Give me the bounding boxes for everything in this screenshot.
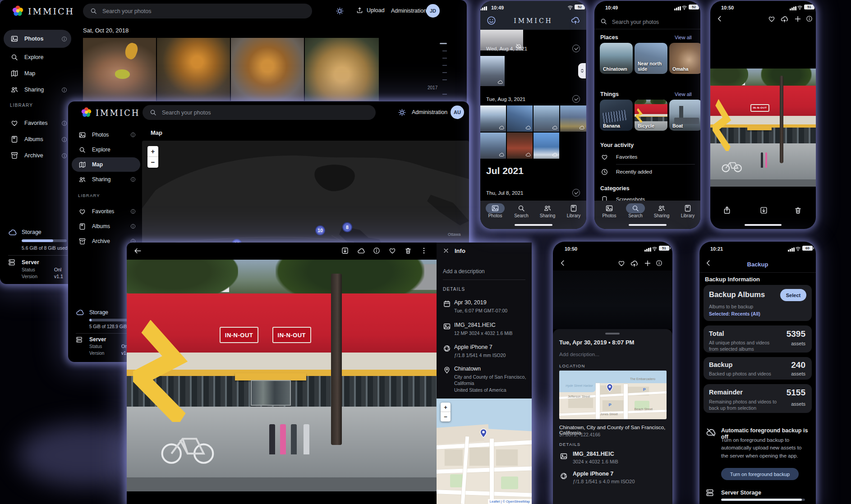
map-cluster-marker[interactable]: 8 [342, 222, 352, 232]
zoom-out-button[interactable]: − [441, 412, 451, 422]
info-icon[interactable] [656, 260, 662, 266]
place-card[interactable]: Near north side [635, 43, 667, 74]
photo-thumbnail[interactable] [534, 133, 559, 159]
photo-thumbnail[interactable] [231, 38, 304, 101]
sidebar-item-sharing[interactable]: Sharing [72, 172, 140, 187]
photo-thumbnail[interactable] [480, 133, 506, 159]
nav-tab-sharing[interactable]: Sharing [534, 205, 561, 218]
avatar[interactable]: AU [451, 105, 464, 119]
nav-tab-library[interactable]: Library [675, 205, 700, 218]
info-badge-icon[interactable] [61, 87, 67, 93]
photo-thumbnail[interactable] [507, 133, 533, 159]
theme-toggle-icon[interactable] [398, 109, 406, 116]
location-name[interactable]: Chinatown [454, 366, 481, 372]
things-view-all-link[interactable]: View all [675, 92, 692, 97]
back-icon[interactable] [559, 260, 566, 266]
photo-thumbnail[interactable] [560, 105, 586, 132]
sidebar-item-sharing[interactable]: Sharing [4, 82, 71, 97]
photo-thumbnail[interactable] [305, 38, 379, 101]
back-icon[interactable] [716, 15, 723, 22]
sidebar-item-favorites[interactable]: Favorites [4, 115, 71, 131]
theme-toggle-icon[interactable] [336, 7, 344, 15]
activity-recently-added[interactable]: Recently added [616, 169, 652, 174]
delete-icon[interactable] [794, 206, 802, 214]
search-icon[interactable] [600, 18, 607, 25]
sidebar-item-albums[interactable]: Albums [72, 219, 140, 234]
places-view-all-link[interactable]: View all [675, 35, 692, 40]
save-icon[interactable] [760, 206, 768, 214]
info-badge-icon[interactable] [130, 177, 136, 182]
nav-tab-photos[interactable]: Photos [596, 205, 622, 218]
photo-thumbnail[interactable] [157, 38, 230, 101]
administration-link[interactable]: Administration [391, 8, 427, 14]
photo-thumbnail[interactable] [480, 105, 506, 132]
share-icon[interactable] [723, 206, 731, 214]
add-icon[interactable] [794, 15, 801, 23]
favorite-icon[interactable] [618, 260, 625, 267]
sidebar-item-explore[interactable]: Explore [4, 50, 71, 65]
photo-thumbnail[interactable] [507, 105, 533, 132]
administration-link[interactable]: Administration [412, 109, 447, 115]
cloud-icon[interactable] [357, 247, 365, 255]
sidebar-item-photos[interactable]: Photos [72, 128, 140, 142]
info-badge-icon[interactable] [130, 132, 136, 137]
location-map[interactable]: + − Leaflet | © OpenStreetMap [437, 399, 532, 504]
sidebar-item-map[interactable]: Map [72, 157, 140, 172]
info-badge-icon[interactable] [61, 137, 67, 142]
upload-cloud-icon[interactable] [781, 15, 788, 23]
download-icon[interactable] [341, 247, 349, 254]
photo-main[interactable] [553, 270, 672, 329]
search-placeholder[interactable]: Search your photos [612, 19, 659, 25]
info-badge-icon[interactable] [61, 36, 67, 42]
search-input[interactable]: Search your photos [83, 4, 312, 18]
select-group-checkbox[interactable] [572, 95, 580, 103]
description-input[interactable]: Add a description [443, 268, 485, 275]
sidebar-item-photos[interactable]: Photos [4, 30, 71, 48]
enable-backup-button[interactable]: Turn on foreground backup [721, 468, 799, 480]
map-cluster-marker[interactable]: 10 [315, 225, 325, 235]
select-group-checkbox[interactable] [572, 45, 580, 52]
avatar[interactable]: JD [426, 4, 440, 18]
favorite-icon[interactable] [768, 15, 775, 23]
map-attribution[interactable]: Leaflet | © OpenStreetMap [488, 499, 532, 504]
back-icon[interactable] [134, 247, 142, 255]
nav-tab-photos[interactable]: Photos [482, 205, 508, 218]
description-input[interactable]: Add description... [559, 352, 599, 357]
activity-favorites[interactable]: Favorites [616, 154, 637, 160]
scrollbar-handle[interactable] [578, 63, 586, 78]
nav-tab-search[interactable]: Search [508, 205, 534, 218]
nav-tab-search[interactable]: Search [622, 205, 649, 218]
info-badge-icon[interactable] [130, 224, 136, 229]
info-badge-icon[interactable] [61, 153, 67, 159]
map-zoom-control[interactable]: + − [147, 146, 158, 168]
thing-card[interactable]: Bicycle [635, 100, 667, 131]
nav-tab-library[interactable]: Library [561, 205, 586, 218]
home-indicator[interactable] [629, 224, 667, 226]
sidebar-item-explore[interactable]: Explore [72, 142, 140, 157]
search-input[interactable]: Search your photos [143, 105, 376, 120]
sidebar-item-map[interactable]: Map [4, 66, 71, 81]
nav-tab-sharing[interactable]: Sharing [649, 205, 675, 218]
photo-main[interactable]: IN-N-OUT IN-N-OUT [127, 260, 437, 491]
photo-thumbnail[interactable] [480, 56, 505, 86]
zoom-out-button[interactable]: − [147, 157, 158, 168]
backup-cloud-icon[interactable] [571, 16, 580, 25]
timeline-scrubber-handle[interactable] [440, 43, 447, 44]
info-icon[interactable] [373, 247, 380, 254]
info-icon[interactable] [806, 15, 813, 22]
upload-cloud-icon[interactable] [630, 260, 638, 267]
zoom-in-button[interactable]: + [441, 403, 451, 412]
photo-thumbnail[interactable] [83, 38, 156, 101]
upload-button[interactable]: Upload [356, 7, 385, 14]
info-badge-icon[interactable] [61, 120, 67, 126]
map-zoom-control[interactable]: + − [441, 403, 451, 422]
photo-thumbnail[interactable] [534, 105, 559, 132]
thing-card[interactable]: Banana [600, 100, 633, 131]
favorite-icon[interactable] [389, 247, 396, 254]
info-badge-icon[interactable] [130, 209, 136, 214]
zoom-in-button[interactable]: + [147, 146, 158, 157]
select-group-checkbox[interactable] [572, 189, 580, 197]
home-indicator[interactable] [745, 224, 782, 226]
sidebar-item-albums[interactable]: Albums [4, 132, 71, 147]
photo-main[interactable]: IN-N-OUT [710, 69, 816, 187]
